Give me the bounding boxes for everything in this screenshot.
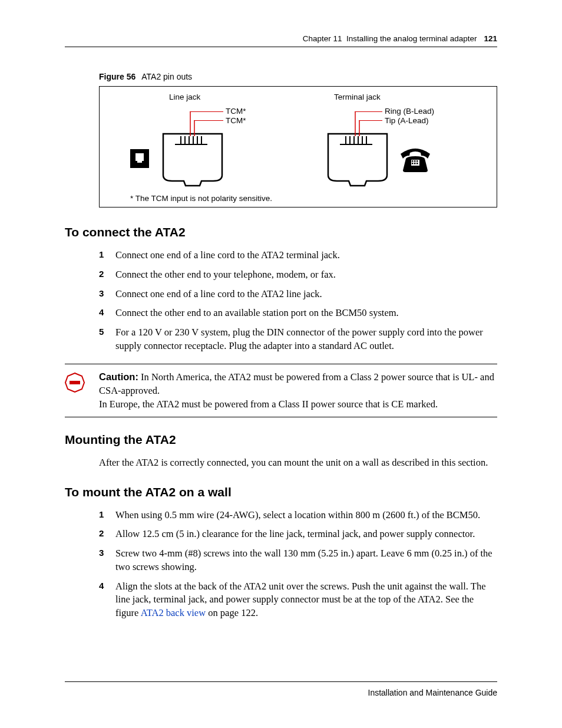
caution-line2: In Europe, the ATA2 must be powered from… <box>99 398 438 410</box>
mounting-intro: After the ATA2 is correctly connected, y… <box>99 456 497 470</box>
label-tip: Tip (A-Lead) <box>385 116 429 125</box>
list-item: 3Screw two 4-mm (#8) screws into the wal… <box>99 547 497 574</box>
step-text: Connect the other end to an available st… <box>115 307 497 320</box>
steps-connect: 1Connect one end of a line cord to the A… <box>99 249 497 353</box>
page-footer: Installation and Maintenance Guide <box>65 681 497 697</box>
step-number: 5 <box>99 326 115 353</box>
step-number: 1 <box>99 249 115 262</box>
figure-caption: Figure 56ATA2 pin outs <box>99 72 497 81</box>
heading-mounting-ata2: Mounting the ATA2 <box>65 433 497 447</box>
leader-line <box>359 120 382 121</box>
step-text: Connect the other end to your telephone,… <box>115 268 497 282</box>
svg-rect-25 <box>412 163 414 164</box>
svg-rect-29 <box>70 381 80 384</box>
page-header: Chapter 11 Installing the analog termina… <box>65 34 497 47</box>
step-number: 2 <box>99 528 115 541</box>
telephone-icon <box>398 147 432 173</box>
leader-drop <box>355 111 361 137</box>
step-number: 1 <box>99 509 115 522</box>
xref-ata2-back-view[interactable]: ATA2 back view <box>141 607 206 618</box>
svg-rect-27 <box>416 163 418 164</box>
list-item: 5For a 120 V or 230 V system, plug the D… <box>99 326 497 353</box>
leader-line <box>194 120 223 121</box>
caution-icon <box>65 373 85 393</box>
figure-title: ATA2 pin outs <box>141 72 192 81</box>
list-item: 4Align the slots at the back of the ATA2… <box>99 580 497 620</box>
caution-line1: In North America, the ATA2 must be power… <box>99 371 494 396</box>
label-ring: Ring (B-Lead) <box>385 107 434 116</box>
step-number: 2 <box>99 268 115 282</box>
list-item: 2Connect the other end to your telephone… <box>99 268 497 282</box>
heading-mount-wall: To mount the ATA2 on a wall <box>65 485 497 499</box>
caution-callout: Caution: In North America, the ATA2 must… <box>65 364 497 417</box>
step-text: Connect one end of a line cord to the AT… <box>115 288 497 301</box>
steps-mount-wall: 1When using 0.5 mm wire (24-AWG), select… <box>99 509 497 620</box>
label-tcm: TCM* <box>226 116 246 125</box>
list-item: 4Connect the other end to an available s… <box>99 307 497 320</box>
footer-text: Installation and Maintenance Guide <box>368 688 497 697</box>
step-text-post: on page 122. <box>206 607 258 618</box>
step-text: Align the slots at the back of the ATA2 … <box>115 580 497 620</box>
svg-rect-23 <box>414 160 416 162</box>
figure-ata2-pinouts: Line jack Terminal jack <box>99 86 497 207</box>
svg-rect-26 <box>414 163 416 164</box>
svg-rect-24 <box>416 160 418 162</box>
wall-socket-icon <box>129 148 150 169</box>
figure-label: Figure 56 <box>99 72 135 81</box>
list-item: 2Allow 12.5 cm (5 in.) clearance for the… <box>99 528 497 541</box>
leader-drop <box>190 111 196 137</box>
step-text: For a 120 V or 230 V system, plug the DI… <box>115 326 497 353</box>
svg-rect-22 <box>412 160 414 162</box>
label-tcm: TCM* <box>226 107 246 116</box>
header-chapter: Chapter 11 <box>303 34 342 43</box>
step-text: Connect one end of a line cord to the AT… <box>115 249 497 262</box>
label-terminal-jack: Terminal jack <box>334 93 381 101</box>
step-number: 4 <box>99 580 115 620</box>
step-text: When using 0.5 mm wire (24-AWG), select … <box>115 509 497 522</box>
step-number: 3 <box>99 288 115 301</box>
step-text: Screw two 4-mm (#8) screws into the wall… <box>115 547 497 574</box>
header-page-number: 121 <box>484 34 497 43</box>
svg-rect-2 <box>137 160 142 163</box>
list-item: 3Connect one end of a line cord to the A… <box>99 288 497 301</box>
label-line-jack: Line jack <box>169 93 200 101</box>
caution-text: Caution: In North America, the ATA2 must… <box>99 370 497 411</box>
list-item: 1When using 0.5 mm wire (24-AWG), select… <box>99 509 497 522</box>
caution-lead: Caution: <box>99 371 138 382</box>
step-number: 3 <box>99 547 115 574</box>
figure-footnote: * The TCM input is not polarity sensitiv… <box>130 194 272 203</box>
step-text: Allow 12.5 cm (5 in.) clearance for the … <box>115 528 497 541</box>
step-number: 4 <box>99 307 115 320</box>
header-title: Installing the analog terminal adapter <box>346 34 477 43</box>
list-item: 1Connect one end of a line cord to the A… <box>99 249 497 262</box>
heading-connect-ata2: To connect the ATA2 <box>65 225 497 239</box>
